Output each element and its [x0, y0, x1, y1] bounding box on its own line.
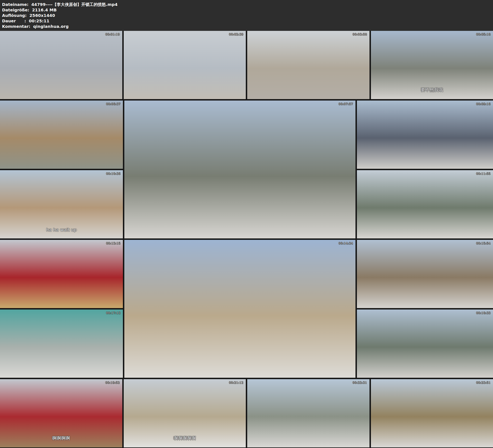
timestamp-overlay: 00:07:57: [338, 102, 353, 106]
timestamp-overlay: 00:06:37: [106, 102, 121, 106]
contact-sheet: Dateiname:44799----【李大侠原创】开锁工的愤怒.mp4Date…: [0, 0, 493, 448]
video-thumbnail: 00:10:36ha ha wait up: [0, 170, 123, 238]
subtitle-overlay: 啊啊啊啊啊: [124, 435, 246, 441]
meta-label: Dateigröße: [2, 7, 28, 13]
video-thumbnail: 00:09:16: [357, 101, 493, 169]
thumbnail-band-row: 00:01:1900:02:3900:03:5800:05:18要不然我哦: [0, 31, 493, 99]
timestamp-overlay: 00:09:16: [476, 102, 491, 106]
meta-separator: :: [28, 7, 29, 13]
timestamp-overlay: 00:10:36: [106, 172, 121, 176]
video-thumbnail-large: 00:14:34: [124, 240, 355, 378]
subtitle-overlay: 要不然我哦: [371, 87, 493, 93]
video-thumbnail: 00:19:52啊啊啊啊: [0, 379, 122, 448]
timestamp-overlay: 00:02:39: [229, 33, 243, 36]
timestamp-overlay: 00:13:15: [106, 241, 121, 245]
meta-label: Dauer: [2, 18, 24, 24]
video-thumbnail: 00:17:13: [0, 310, 123, 378]
subtitle-overlay: ha ha wait up: [0, 227, 123, 232]
meta-label: Auflösung: [2, 13, 25, 18]
meta-label: Dateiname: [2, 2, 27, 7]
meta-label: Kommentar: [2, 24, 29, 29]
mosaic-right-column: 00:09:1600:11:55: [357, 101, 493, 238]
video-thumbnail: 00:21:12啊啊啊啊啊: [124, 379, 246, 448]
timestamp-overlay: 00:17:13: [106, 311, 121, 315]
meta-separator: :: [25, 13, 27, 18]
thumbnail-grid: 00:01:1900:02:3900:03:5800:05:18要不然我哦00:…: [0, 31, 493, 448]
meta-value: 2116.4 MB: [32, 7, 57, 13]
mosaic-left-column: 00:06:3700:10:36ha ha wait up: [0, 101, 123, 238]
timestamp-overlay: 00:05:18: [476, 33, 491, 36]
timestamp-overlay: 00:03:58: [352, 33, 367, 36]
meta-row: Dateiname:44799----【李大侠原创】开锁工的愤怒.mp4: [2, 2, 491, 7]
timestamp-overlay: 00:23:51: [476, 381, 491, 384]
meta-row: Auflösung:2560x1440: [2, 13, 491, 18]
video-thumbnail: 00:02:39: [124, 31, 246, 99]
meta-row: Kommentar:qinglanhua.org: [2, 24, 491, 29]
video-thumbnail: 00:22:31: [247, 379, 370, 448]
timestamp-overlay: 00:22:31: [352, 381, 367, 384]
video-thumbnail: 00:06:37: [0, 101, 123, 169]
video-thumbnail: 00:15:54: [357, 240, 493, 308]
timestamp-overlay: 00:21:12: [229, 381, 243, 384]
meta-value: 00:25:11: [29, 18, 49, 24]
video-thumbnail: 00:23:51: [371, 379, 493, 448]
timestamp-overlay: 00:14:34: [338, 241, 353, 245]
meta-value: 2560x1440: [29, 13, 55, 18]
mosaic-left-column: 00:13:1500:17:13: [0, 240, 123, 378]
meta-separator: :: [29, 24, 30, 29]
meta-value: 44799----【李大侠原创】开锁工的愤怒.mp4: [31, 2, 118, 7]
meta-value: qinglanhua.org: [33, 24, 69, 29]
timestamp-overlay: 00:11:55: [476, 172, 491, 176]
video-thumbnail: 00:03:58: [247, 31, 370, 99]
video-thumbnail: 00:13:15: [0, 240, 123, 308]
timestamp-overlay: 00:18:33: [476, 311, 491, 315]
video-thumbnail-large: 00:07:57: [124, 101, 355, 238]
meta-row: Dateigröße:2116.4 MB: [2, 7, 491, 13]
timestamp-overlay: 00:01:19: [105, 33, 120, 36]
video-thumbnail: 00:11:55: [357, 170, 493, 238]
timestamp-overlay: 00:19:52: [105, 381, 120, 384]
file-metadata-panel: Dateiname:44799----【李大侠原创】开锁工的愤怒.mp4Date…: [0, 0, 493, 31]
meta-separator: :: [24, 18, 26, 24]
video-thumbnail: 00:05:18要不然我哦: [371, 31, 493, 99]
meta-row: Dauer:00:25:11: [2, 18, 491, 24]
video-thumbnail: 00:18:33: [357, 310, 493, 378]
subtitle-overlay: 啊啊啊啊: [0, 435, 122, 441]
video-thumbnail: 00:01:19: [0, 31, 122, 99]
thumbnail-band-row: 00:19:52啊啊啊啊00:21:12啊啊啊啊啊00:22:3100:23:5…: [0, 379, 493, 448]
thumbnail-band-mosaic: 00:13:1500:17:1300:14:3400:15:5400:18:33: [0, 240, 493, 378]
thumbnail-band-mosaic: 00:06:3700:10:36ha ha wait up00:07:5700:…: [0, 101, 493, 238]
meta-separator: :: [27, 2, 28, 7]
mosaic-right-column: 00:15:5400:18:33: [357, 240, 493, 378]
timestamp-overlay: 00:15:54: [476, 241, 491, 245]
